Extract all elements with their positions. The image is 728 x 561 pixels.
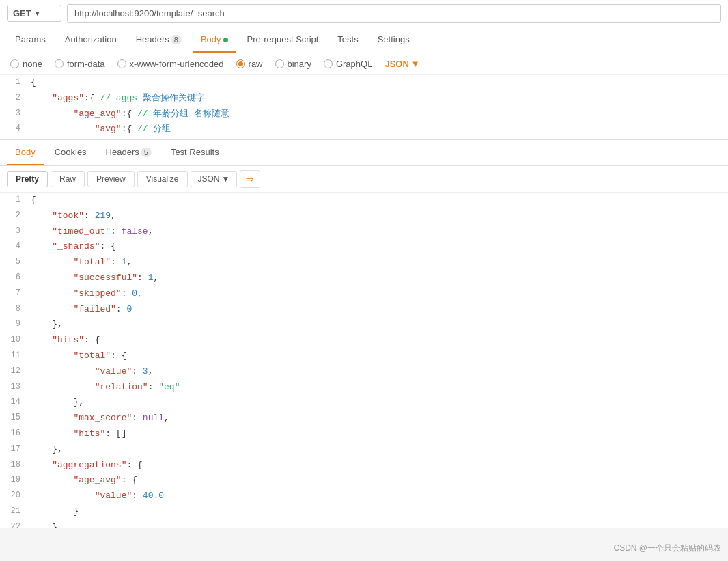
- resp-line-6: 6 "successful": 1,: [0, 271, 728, 286]
- json-dropdown[interactable]: JSON ▼: [384, 59, 419, 69]
- tab-authorization[interactable]: Authorization: [57, 27, 125, 53]
- resp-tab-cookies[interactable]: Cookies: [46, 140, 95, 165]
- radio-none: [10, 59, 19, 68]
- req-line-4: 4 "avg":{ // 分组: [0, 122, 728, 137]
- chevron-down-icon: ▼: [411, 59, 420, 69]
- tab-tests[interactable]: Tests: [329, 27, 366, 53]
- method-label: GET: [13, 8, 31, 18]
- resp-line-11: 11 "total": {: [0, 348, 728, 364]
- json-format-button[interactable]: JSON ▼: [191, 171, 238, 187]
- tab-params[interactable]: Params: [7, 27, 54, 53]
- resp-line-13: 13 "relation": "eq": [0, 380, 728, 396]
- req-line-3: 3 "age_avg":{ // 年龄分组 名称随意: [0, 107, 728, 122]
- resp-line-21: 21 }: [0, 504, 728, 520]
- resp-line-12: 12 "value": 3,: [0, 364, 728, 380]
- option-raw[interactable]: raw: [236, 59, 263, 69]
- pretty-button[interactable]: Pretty: [7, 171, 48, 187]
- request-tabs: Params Authorization Headers8 Body Pre-r…: [0, 27, 728, 53]
- response-tabs: Body Cookies Headers5 Test Results: [0, 140, 728, 166]
- resp-tab-headers[interactable]: Headers5: [98, 140, 160, 165]
- resp-line-5: 5 "total": 1,: [0, 255, 728, 271]
- radio-urlencoded: [117, 59, 126, 68]
- resp-line-15: 15 "max_score": null,: [0, 411, 728, 426]
- req-line-2: 2 "aggs":{ // aggs 聚合操作关键字: [0, 91, 728, 107]
- option-none[interactable]: none: [10, 59, 42, 69]
- option-urlencoded[interactable]: x-www-form-urlencoded: [117, 59, 224, 69]
- preview-button[interactable]: Preview: [87, 171, 135, 187]
- body-dot: [223, 38, 228, 42]
- chevron-down-icon: ▼: [222, 174, 230, 184]
- option-form-data[interactable]: form-data: [55, 59, 105, 69]
- tab-body[interactable]: Body: [193, 27, 236, 53]
- resp-headers-badge: 5: [141, 148, 152, 157]
- resp-line-9: 9 },: [0, 317, 728, 333]
- option-graphql[interactable]: GraphQL: [324, 59, 372, 69]
- option-binary[interactable]: binary: [275, 59, 311, 69]
- radio-graphql: [324, 59, 333, 68]
- headers-badge: 8: [171, 35, 182, 44]
- radio-binary: [275, 59, 284, 68]
- body-options: none form-data x-www-form-urlencoded raw…: [0, 53, 728, 75]
- visualize-button[interactable]: Visualize: [137, 171, 188, 187]
- resp-line-2: 2 "took": 219,: [0, 208, 728, 224]
- radio-raw: [236, 59, 245, 68]
- resp-line-8: 8 "failed": 0: [0, 302, 728, 318]
- resp-line-16: 16 "hits": []: [0, 426, 728, 442]
- request-editor[interactable]: 1 { 2 "aggs":{ // aggs 聚合操作关键字 3 "age_av…: [0, 75, 728, 140]
- resp-line-10: 10 "hits": {: [0, 333, 728, 348]
- resp-tab-test-results[interactable]: Test Results: [163, 140, 227, 165]
- resp-line-22: 22 }: [0, 520, 728, 528]
- req-line-1: 1 {: [0, 75, 728, 91]
- response-body[interactable]: 1 { 2 "took": 219, 3 "timed_out": false,…: [0, 193, 728, 528]
- resp-line-4: 4 "_shards": {: [0, 239, 728, 255]
- resp-line-1: 1 {: [0, 193, 728, 208]
- tab-headers[interactable]: Headers8: [128, 27, 190, 53]
- watermark: CSDN @一个只会粘贴的码农: [613, 543, 721, 554]
- wrap-button[interactable]: ⇒: [240, 170, 260, 188]
- resp-line-14: 14 },: [0, 395, 728, 411]
- radio-form-data: [55, 59, 64, 68]
- resp-tab-body[interactable]: Body: [7, 140, 44, 165]
- url-input[interactable]: [67, 4, 721, 23]
- resp-line-3: 3 "timed_out": false,: [0, 224, 728, 240]
- tab-settings[interactable]: Settings: [369, 27, 418, 53]
- resp-line-7: 7 "skipped": 0,: [0, 286, 728, 302]
- chevron-down-icon: ▼: [34, 10, 41, 17]
- resp-line-18: 18 "aggregations": {: [0, 458, 728, 474]
- resp-line-20: 20 "value": 40.0: [0, 489, 728, 504]
- tab-pre-request[interactable]: Pre-request Script: [239, 27, 327, 53]
- method-select[interactable]: GET ▼: [7, 5, 61, 22]
- resp-line-17: 17 },: [0, 442, 728, 458]
- response-toolbar: Pretty Raw Preview Visualize JSON ▼ ⇒: [0, 166, 728, 193]
- url-bar: GET ▼: [0, 0, 728, 27]
- raw-button[interactable]: Raw: [51, 171, 85, 187]
- resp-line-19: 19 "age_avg": {: [0, 473, 728, 489]
